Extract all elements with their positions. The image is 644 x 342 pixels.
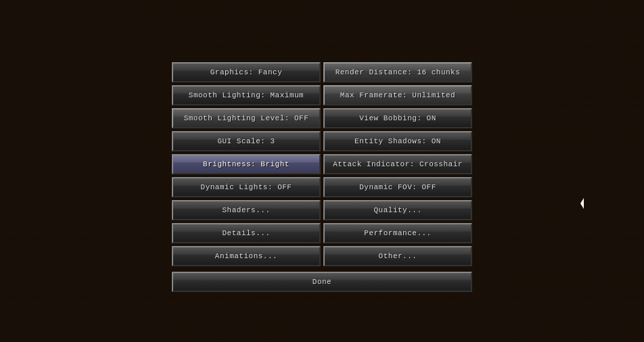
render-distance-button[interactable]: Render Distance: 16 chunks xyxy=(323,62,472,82)
performance-button[interactable]: Performance... xyxy=(323,223,472,243)
gui-scale-button[interactable]: GUI Scale: 3 xyxy=(172,131,321,151)
done-button[interactable]: Done xyxy=(172,272,472,292)
attack-indicator-button[interactable]: Attack Indicator: Crosshair xyxy=(323,154,472,174)
dynamic-lights-button[interactable]: Dynamic Lights: OFF xyxy=(172,177,321,197)
view-bobbing-button[interactable]: View Bobbing: ON xyxy=(323,108,472,128)
shaders-button[interactable]: Shaders... xyxy=(172,200,321,220)
cursor-icon xyxy=(580,198,587,209)
brightness-button[interactable]: Brightness: Bright xyxy=(172,154,321,174)
other-button[interactable]: Other... xyxy=(323,246,472,266)
details-button[interactable]: Details... xyxy=(172,223,321,243)
entity-shadows-button[interactable]: Entity Shadows: ON xyxy=(323,131,472,151)
smooth-lighting-level-button[interactable]: Smooth Lighting Level: OFF xyxy=(172,108,321,128)
settings-container: Graphics: FancyRender Distance: 16 chunk… xyxy=(172,62,472,292)
graphics-button[interactable]: Graphics: Fancy xyxy=(172,62,321,82)
max-framerate-button[interactable]: Max Framerate: Unlimited xyxy=(323,85,472,105)
quality-button[interactable]: Quality... xyxy=(323,200,472,220)
dynamic-fov-button[interactable]: Dynamic FOV: OFF xyxy=(323,177,472,197)
button-grid: Graphics: FancyRender Distance: 16 chunk… xyxy=(172,62,472,266)
smooth-lighting-button[interactable]: Smooth Lighting: Maximum xyxy=(172,85,321,105)
done-button-wrapper: Done xyxy=(172,272,472,292)
animations-button[interactable]: Animations... xyxy=(172,246,321,266)
